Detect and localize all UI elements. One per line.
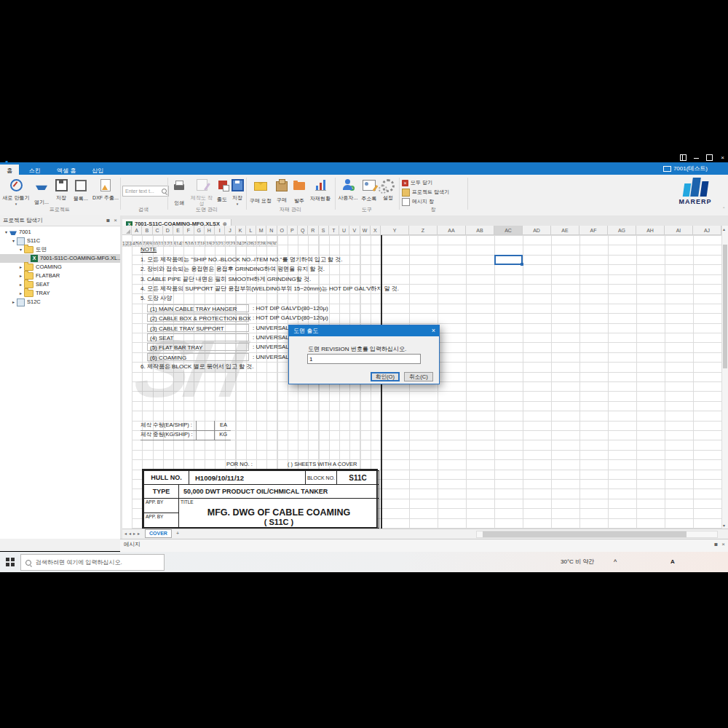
dialog-titlebar[interactable]: 도면 출도×: [289, 325, 439, 336]
weight-input-cell[interactable]: [196, 430, 215, 440]
column-header[interactable]: AH: [636, 226, 665, 235]
chevron-right-icon[interactable]: ▸: [10, 298, 17, 306]
purchase-request-button[interactable]: 구매 요청: [249, 178, 272, 204]
open-button[interactable]: 열기...: [32, 178, 51, 205]
tree-item-s11c[interactable]: ▾S11C: [0, 237, 130, 245]
save-project-button[interactable]: 저장: [52, 178, 70, 201]
row-header[interactable]: 1: [122, 241, 126, 247]
column-header[interactable]: M: [256, 226, 266, 235]
chevron-down-icon[interactable]: ▾: [3, 228, 9, 237]
save-drawing-button[interactable]: 저장▾: [230, 178, 245, 207]
new-project-button[interactable]: 새로 만들기▾: [1, 178, 31, 207]
chevron-right-icon[interactable]: ▸: [17, 263, 24, 272]
column-header[interactable]: AF: [579, 226, 608, 235]
column-header[interactable]: V: [349, 226, 360, 235]
column-header[interactable]: AB: [466, 226, 494, 235]
close-all-button[interactable]: ×모두 닫기: [402, 178, 432, 187]
column-header[interactable]: W: [360, 226, 371, 235]
issue-drawing-button[interactable]: 출도: [215, 178, 229, 202]
tree-item-project[interactable]: ▾7001: [0, 228, 123, 237]
qty-input-cell[interactable]: [196, 421, 215, 430]
panel-close-icon[interactable]: ×: [721, 541, 725, 547]
tree-item-drawings[interactable]: ▾도면: [0, 245, 138, 254]
first-sheet-icon[interactable]: ◂: [124, 531, 127, 536]
column-header[interactable]: Z: [409, 226, 438, 235]
maximize-button[interactable]: [706, 154, 713, 161]
column-header[interactable]: AD: [523, 226, 551, 235]
panel-close-icon[interactable]: ×: [114, 215, 117, 226]
select-all-corner[interactable]: [122, 226, 132, 235]
purchase-button[interactable]: 구매: [274, 178, 290, 203]
column-header[interactable]: X: [371, 226, 381, 235]
start-button[interactable]: [6, 558, 15, 566]
ok-button[interactable]: 확인(O): [371, 372, 400, 381]
chevron-down-icon[interactable]: ▾: [10, 237, 17, 245]
block-button[interactable]: 블록...: [71, 178, 90, 202]
search-input[interactable]: Enter text t...: [122, 186, 169, 197]
material-status-button[interactable]: 자재현황: [309, 178, 332, 202]
horizontal-scrollbar[interactable]: [476, 531, 718, 538]
dialog-close-icon[interactable]: ×: [432, 325, 435, 336]
minimize-button[interactable]: [694, 155, 699, 160]
users-button[interactable]: +사용자...: [338, 178, 358, 201]
scroll-down-icon[interactable]: ▾: [723, 523, 725, 528]
tree-item-coaming[interactable]: ▸COAMING: [0, 263, 138, 272]
add-sheet-button[interactable]: +: [176, 531, 179, 536]
column-header[interactable]: AI: [665, 226, 693, 235]
pin-icon[interactable]: ▪: [106, 215, 110, 226]
tree-item-flatbar[interactable]: ▸FLATBAR: [0, 272, 138, 280]
chevron-right-icon[interactable]: ▸: [17, 272, 24, 280]
dxf-export-button[interactable]: DXF 추출...: [92, 178, 119, 201]
scrollbar-thumb[interactable]: [483, 531, 687, 537]
vertical-scrollbar[interactable]: ▴▾: [721, 226, 728, 529]
prev-sheet-icon[interactable]: ◂: [129, 531, 131, 536]
addressbook-button[interactable]: 주소록: [360, 178, 379, 202]
pin-icon[interactable]: ▪: [714, 541, 718, 547]
column-header[interactable]: Y: [381, 226, 409, 235]
order-button[interactable]: 발주: [291, 178, 307, 204]
column-header[interactable]: G: [194, 226, 205, 235]
column-header[interactable]: AE: [551, 226, 579, 235]
column-header[interactable]: P: [288, 226, 298, 235]
column-header[interactable]: AC: [494, 226, 523, 235]
column-header[interactable]: D: [163, 226, 173, 235]
column-header[interactable]: AA: [438, 226, 466, 235]
taskbar-search[interactable]: 검색하려면 여기에 입력하십시오.: [20, 554, 165, 571]
scrollbar-thumb[interactable]: [723, 245, 727, 368]
chevron-right-icon[interactable]: ▸: [17, 280, 24, 289]
sheet-tab-cover[interactable]: COVER: [145, 529, 172, 538]
ime-latin-indicator[interactable]: A: [670, 552, 675, 572]
next-sheet-icon[interactable]: ▸: [133, 531, 135, 536]
column-header[interactable]: T: [329, 226, 339, 235]
column-header[interactable]: S: [319, 226, 329, 235]
column-header[interactable]: A: [132, 226, 142, 235]
column-header[interactable]: AG: [608, 226, 636, 235]
create-drawing-button[interactable]: 제작도 작성: [189, 178, 214, 207]
column-header[interactable]: C: [153, 226, 163, 235]
column-header[interactable]: K: [236, 226, 246, 235]
column-header[interactable]: N: [266, 226, 277, 235]
settings-button[interactable]: 설정: [380, 178, 396, 201]
chevron-right-icon[interactable]: ▸: [17, 289, 24, 298]
cancel-button[interactable]: 취소(C): [404, 372, 433, 381]
column-header[interactable]: O: [277, 226, 288, 235]
dock-preview-icon[interactable]: [680, 154, 687, 161]
last-sheet-icon[interactable]: ▸: [138, 531, 140, 536]
column-header[interactable]: B: [142, 226, 152, 235]
ribbon-collapse-icon[interactable]: ˄: [723, 207, 726, 213]
column-header[interactable]: Q: [298, 226, 308, 235]
column-header[interactable]: R: [308, 226, 318, 235]
project-explorer-toggle[interactable]: 프로젝트 탐색기: [402, 188, 449, 197]
close-button[interactable]: ×: [720, 155, 725, 160]
tree-item-seat[interactable]: ▸SEAT: [0, 280, 138, 289]
tree-item-tray[interactable]: ▸TRAY: [0, 289, 138, 298]
column-header[interactable]: H: [205, 226, 215, 235]
column-header[interactable]: F: [183, 226, 194, 235]
print-button[interactable]: 인쇄: [170, 178, 188, 206]
column-header[interactable]: E: [173, 226, 183, 235]
scroll-up-icon[interactable]: ▴: [723, 226, 725, 232]
column-header[interactable]: U: [339, 226, 349, 235]
tree-item-s12c[interactable]: ▸S12C: [0, 298, 130, 306]
column-header[interactable]: J: [225, 226, 235, 235]
message-window-toggle[interactable]: 메시지 창: [402, 197, 434, 206]
